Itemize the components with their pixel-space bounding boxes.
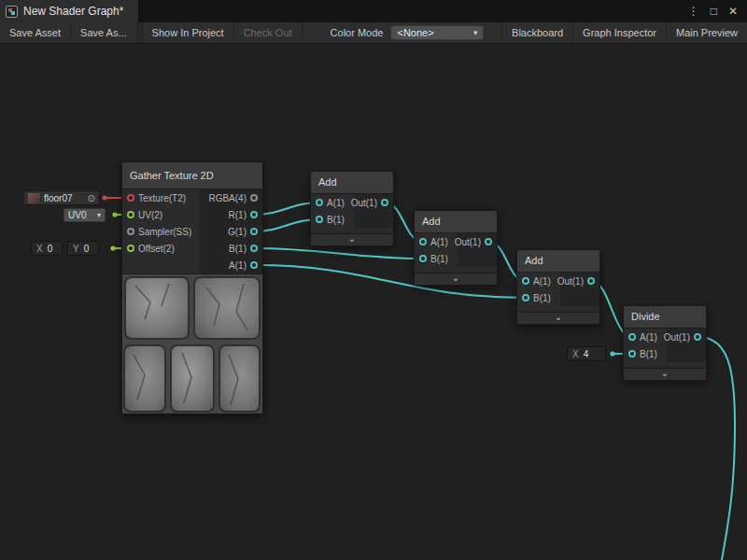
input-port-a[interactable] — [419, 238, 427, 245]
graph-canvas[interactable] — [0, 44, 747, 560]
input-label: Texture(T2) — [138, 193, 186, 203]
texture-field-value: floor07 — [44, 193, 73, 203]
chevron-down-icon: ▾ — [473, 28, 478, 37]
texture-thumbnail — [28, 193, 40, 203]
divide-b-label: X — [572, 349, 579, 359]
preview-collapse-toggle[interactable]: ⌄ — [311, 233, 393, 245]
input-label: B(1) — [533, 293, 551, 303]
node-add-3[interactable]: Add A(1) B(1) Out(1) ⌄ — [516, 249, 600, 325]
input-label: A(1) — [640, 332, 657, 343]
output-label: R(1) — [229, 210, 247, 220]
object-picker-icon[interactable]: ⊙ — [88, 193, 95, 203]
node-add-1[interactable]: Add A(1) B(1) Out(1) ⌄ — [310, 171, 394, 246]
input-label: Sampler(SS) — [138, 227, 191, 237]
input-label: Offset(2) — [138, 244, 175, 254]
texture-object-field[interactable]: floor07 ⊙ — [23, 190, 100, 205]
toolbar: Save Asset Save As... Show In Project Ch… — [0, 22, 747, 44]
output-label: Out(1) — [664, 332, 690, 343]
offset-y-label: Y — [73, 244, 79, 254]
output-port-out[interactable] — [694, 333, 701, 341]
color-mode-dropdown[interactable]: <None> ▾ — [390, 25, 484, 40]
input-label: B(1) — [640, 349, 657, 359]
save-as-button[interactable]: Save As... — [71, 22, 137, 43]
node-divide[interactable]: Divide A(1) B(1) Out(1) ⌄ — [623, 305, 707, 381]
node-title: Divide — [624, 306, 706, 329]
uv-dropdown-value: UV0 — [68, 210, 86, 220]
input-port-b[interactable] — [419, 255, 427, 262]
preview-collapse-toggle[interactable]: ⌄ — [517, 312, 599, 324]
maximize-icon[interactable]: □ — [711, 5, 717, 18]
input-port-offset[interactable] — [127, 245, 134, 252]
output-label: Out(1) — [557, 276, 584, 287]
shader-graph-icon — [6, 6, 18, 18]
node-gather-texture-2d[interactable]: Gather Texture 2D Texture(T2) UV(2) Samp… — [121, 161, 263, 414]
offset-x-label: X — [36, 244, 43, 254]
input-label: UV(2) — [138, 210, 162, 220]
close-icon[interactable]: ✕ — [728, 5, 738, 18]
divide-b-value: 4 — [584, 349, 589, 359]
node-title: Add — [415, 211, 497, 233]
color-mode-value: <None> — [397, 27, 433, 38]
input-port-texture[interactable] — [127, 194, 134, 202]
offset-x-field[interactable]: X 0 — [31, 241, 63, 256]
preview-collapse-toggle[interactable]: ⌄ — [624, 368, 706, 380]
input-port-uv[interactable] — [127, 211, 134, 218]
window-menu-icon[interactable]: ⋮ — [688, 5, 699, 18]
node-title: Gather Texture 2D — [122, 162, 262, 189]
window-titlebar: New Shader Graph* ⋮ □ ✕ — [0, 0, 747, 22]
tab-new-shader-graph[interactable]: New Shader Graph* — [0, 0, 138, 22]
output-port-b[interactable] — [250, 245, 258, 252]
input-label: B(1) — [430, 254, 448, 264]
output-label: G(1) — [228, 227, 247, 237]
offset-x-value: 0 — [48, 244, 53, 254]
offset-y-field[interactable]: Y 0 — [67, 241, 99, 256]
output-port-g[interactable] — [250, 228, 258, 235]
input-port-a[interactable] — [522, 277, 529, 285]
output-label: RGBA(4) — [208, 193, 247, 203]
divide-b-field[interactable]: X 4 — [567, 346, 606, 361]
texture-preview — [122, 273, 262, 413]
input-label: A(1) — [327, 198, 345, 208]
input-label: A(1) — [533, 276, 551, 287]
input-label: A(1) — [430, 237, 448, 247]
output-label: Out(1) — [455, 237, 481, 247]
main-preview-button[interactable]: Main Preview — [666, 22, 747, 43]
graph-inspector-button[interactable]: Graph Inspector — [572, 22, 666, 43]
output-label: B(1) — [229, 244, 247, 254]
output-port-rgba[interactable] — [250, 194, 258, 202]
node-title: Add — [311, 172, 393, 194]
output-port-out[interactable] — [587, 277, 595, 285]
node-title: Add — [517, 250, 599, 273]
output-port-out[interactable] — [485, 238, 492, 245]
input-port-a[interactable] — [628, 333, 636, 341]
input-port-b[interactable] — [522, 294, 529, 301]
input-port-a[interactable] — [316, 199, 323, 206]
uv-channel-dropdown[interactable]: UV0 ▾ — [63, 208, 106, 222]
offset-y-value: 0 — [84, 244, 90, 254]
input-port-b[interactable] — [316, 216, 323, 223]
node-add-2[interactable]: Add A(1) B(1) Out(1) ⌄ — [414, 210, 498, 286]
check-out-button: Check Out — [234, 22, 303, 43]
output-label: Out(1) — [351, 198, 377, 208]
output-port-out[interactable] — [381, 199, 388, 206]
show-in-project-button[interactable]: Show In Project — [143, 22, 234, 43]
output-port-r[interactable] — [250, 211, 258, 218]
tab-title: New Shader Graph* — [23, 5, 123, 18]
input-port-sampler[interactable] — [127, 228, 134, 235]
input-port-b[interactable] — [628, 350, 636, 357]
color-mode-label: Color Mode — [303, 22, 391, 43]
input-label: B(1) — [327, 215, 345, 225]
save-asset-button[interactable]: Save Asset — [0, 22, 71, 43]
preview-collapse-toggle[interactable]: ⌄ — [415, 273, 497, 285]
output-port-a[interactable] — [250, 261, 258, 269]
blackboard-button[interactable]: Blackboard — [501, 22, 572, 43]
chevron-down-icon: ▾ — [97, 211, 101, 219]
output-label: A(1) — [229, 260, 247, 271]
